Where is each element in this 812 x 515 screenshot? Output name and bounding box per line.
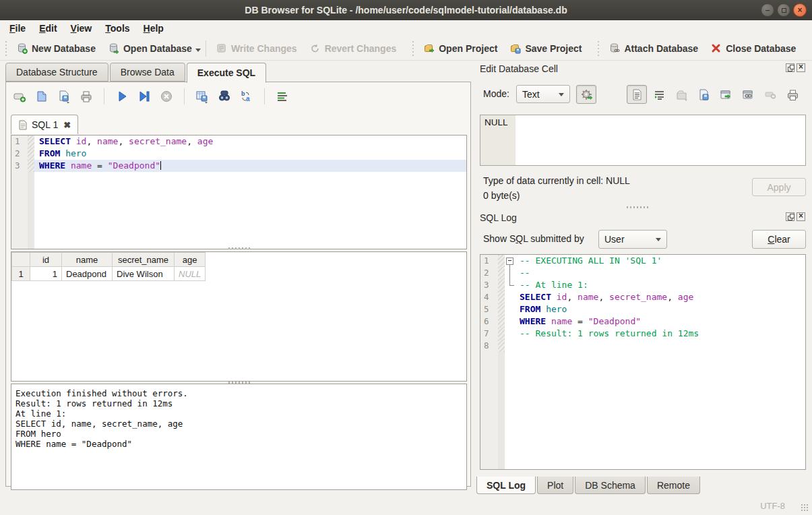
tab-label: Database Structure — [16, 67, 98, 78]
format-sql-button[interactable] — [274, 88, 290, 104]
open-project-icon — [423, 42, 435, 54]
cell-size-text: 0 byte(s) — [483, 190, 520, 201]
tab-label: Plot — [547, 480, 563, 491]
float-dock-icon[interactable] — [786, 212, 794, 221]
tab-browse-data[interactable]: Browse Data — [110, 63, 185, 82]
tab-sql-log[interactable]: SQL Log — [476, 477, 536, 494]
menu-file[interactable]: File — [3, 21, 32, 36]
cell-id[interactable]: 1 — [30, 267, 62, 281]
find-button[interactable] — [216, 88, 232, 104]
splitter-handle[interactable] — [627, 206, 650, 208]
set-null-button — [760, 85, 780, 104]
link-button[interactable] — [738, 85, 758, 104]
auto-apply-button[interactable] — [576, 85, 596, 104]
maximize-button[interactable] — [777, 3, 790, 17]
sql-log-view: 1-- EXECUTING ALL IN 'SQL 1'2--3-- At li… — [480, 254, 806, 470]
print-cell-button[interactable] — [782, 85, 803, 104]
workspace: Database Structure Browse Data Execute S… — [0, 61, 812, 495]
menu-help[interactable]: Help — [137, 21, 170, 36]
toolbar-drag-handle[interactable] — [5, 41, 8, 56]
word-wrap-icon — [653, 88, 666, 101]
tab-label: SQL Log — [487, 480, 526, 491]
column-header-age[interactable]: age — [175, 253, 206, 267]
cell-secret-name[interactable]: Dive Wilson — [113, 267, 175, 281]
tab-database-structure[interactable]: Database Structure — [5, 63, 108, 82]
column-header-secret-name[interactable]: secret_name — [113, 253, 175, 267]
mode-value: Text — [522, 89, 540, 100]
save-sql-file-button[interactable] — [56, 88, 72, 104]
close-button[interactable]: × — [793, 3, 807, 17]
menu-edit[interactable]: Edit — [32, 21, 63, 36]
results-table: id name secret_name age 1 1 Deadpond Div… — [11, 252, 206, 281]
tab-remote[interactable]: Remote — [647, 477, 700, 494]
tab-label: Browse Data — [121, 67, 175, 78]
export-results-button[interactable] — [194, 88, 210, 104]
close-dock-icon[interactable] — [797, 212, 805, 221]
word-wrap-button[interactable] — [649, 85, 669, 104]
splitter-handle[interactable] — [228, 247, 251, 249]
results-grid[interactable]: id name secret_name age 1 1 Deadpond Div… — [11, 251, 467, 382]
write-changes-label: Write Changes — [231, 43, 297, 54]
close-database-label: Close Database — [726, 43, 796, 54]
column-header-name[interactable]: name — [62, 253, 113, 267]
cell-name[interactable]: Deadpond — [62, 267, 113, 281]
mode-label: Mode: — [483, 88, 509, 99]
tab-db-schema[interactable]: DB Schema — [575, 477, 646, 494]
open-database-dropdown[interactable] — [195, 49, 201, 52]
tab-plot[interactable]: Plot — [537, 477, 573, 494]
new-sql-tab-button[interactable] — [11, 88, 28, 104]
attach-database-button[interactable]: Attach Database — [602, 40, 704, 57]
close-tab-icon[interactable]: ✖ — [63, 120, 71, 130]
toolbar-drag-handle[interactable] — [412, 41, 415, 56]
link-icon — [742, 88, 755, 101]
svg-text:b: b — [241, 90, 245, 97]
toolbar-separator — [206, 40, 206, 57]
result-row: 1 1 Deadpond Dive Wilson NULL — [12, 267, 206, 281]
resize-grip[interactable] — [801, 504, 809, 512]
open-database-button[interactable]: Open Database — [102, 40, 198, 57]
sql-editor[interactable]: 1SELECT id, name, secret_name, age2FROM … — [11, 135, 467, 249]
clear-button[interactable]: Clear — [752, 230, 806, 249]
find-replace-button[interactable]: b a — [239, 88, 255, 104]
format-sql-icon — [276, 90, 289, 103]
open-project-button[interactable]: Open Project — [417, 40, 503, 57]
window-controls: – × — [761, 3, 807, 17]
new-database-button[interactable]: New Database — [10, 40, 102, 57]
revert-changes-label: Revert Changes — [325, 43, 397, 54]
menu-view[interactable]: View — [64, 21, 99, 36]
tab-execute-sql[interactable]: Execute SQL — [187, 63, 266, 83]
mode-select[interactable]: Text — [516, 85, 570, 103]
find-replace-icon: b a — [240, 90, 253, 103]
sql-1-tab[interactable]: SQL 1 ✖ — [11, 115, 78, 134]
save-project-button[interactable]: Save Project — [503, 40, 588, 57]
chevron-down-icon — [656, 238, 661, 241]
print-sql-button[interactable] — [78, 88, 94, 104]
execute-all-button[interactable] — [114, 88, 130, 104]
cell-value-editor[interactable]: NULL — [480, 115, 806, 166]
export-results-icon — [195, 90, 209, 103]
open-project-label: Open Project — [439, 43, 497, 54]
export-button[interactable] — [716, 85, 736, 104]
open-sql-file-button[interactable] — [34, 88, 50, 104]
save-sql-file-icon — [57, 90, 71, 103]
sql-log-filter-select[interactable]: User — [598, 230, 667, 249]
sql-tab-bar: SQL 1 ✖ — [11, 115, 78, 134]
close-dock-icon[interactable] — [797, 63, 805, 72]
save-project-icon — [509, 42, 521, 54]
cell-age[interactable]: NULL — [175, 267, 206, 281]
minimize-button[interactable]: – — [761, 3, 774, 17]
edit-cell-toolbar — [627, 85, 803, 104]
toolbar-drag-handle[interactable] — [597, 41, 600, 56]
menu-tools[interactable]: Tools — [98, 21, 136, 36]
execute-line-button[interactable] — [136, 88, 152, 104]
save-button[interactable] — [693, 85, 714, 104]
set-null-icon — [764, 88, 777, 101]
text-view-button[interactable] — [627, 85, 647, 104]
row-header[interactable]: 1 — [12, 267, 30, 281]
column-header-id[interactable]: id — [30, 253, 62, 267]
write-changes-icon — [216, 42, 227, 54]
float-dock-icon[interactable] — [786, 63, 794, 72]
close-database-button[interactable]: Close Database — [704, 40, 802, 57]
stop-button — [158, 88, 175, 104]
main-tab-bar: Database Structure Browse Data Execute S… — [5, 63, 268, 82]
